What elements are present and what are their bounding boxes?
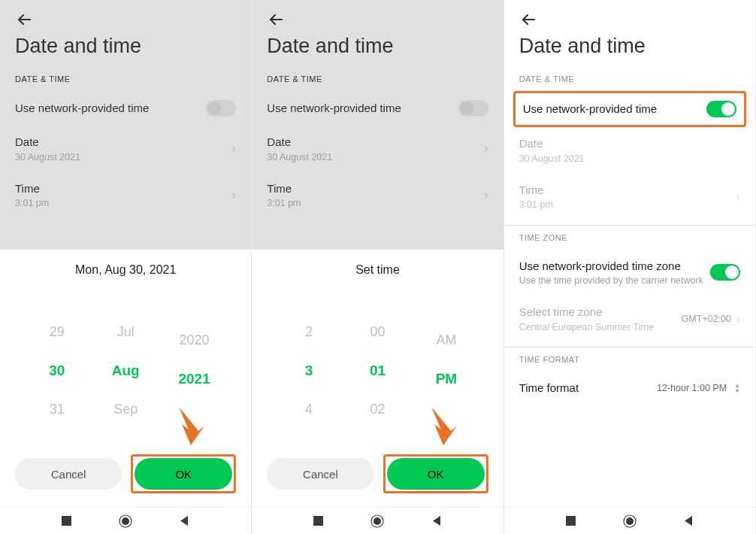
nav-bar: [252, 507, 503, 534]
back-icon[interactable]: [267, 11, 285, 29]
page-title: Date and time: [0, 30, 251, 71]
svg-rect-9: [566, 516, 576, 526]
use-network-time-row[interactable]: Use network-provided time: [252, 91, 503, 126]
use-network-time-label: Use network-provided time: [267, 101, 458, 116]
date-label: Date: [267, 135, 483, 150]
month-column[interactable]: Jul Aug Sep: [91, 298, 159, 444]
nav-recent-icon[interactable]: [61, 515, 72, 526]
nav-bar: [504, 507, 755, 534]
time-label: Time: [267, 181, 483, 196]
svg-point-11: [626, 517, 634, 525]
use-network-time-label: Use network-provided time: [523, 102, 706, 117]
date-value: 30 August 2021: [15, 151, 231, 163]
cancel-button[interactable]: Cancel: [15, 458, 122, 490]
section-date-time: DATE & TIME: [0, 71, 251, 91]
svg-point-3: [122, 517, 129, 525]
pointer-arrow-icon: [168, 405, 206, 447]
nav-back-icon[interactable]: [179, 515, 190, 526]
nav-home-icon[interactable]: [370, 514, 384, 528]
time-value: 3:01 pm: [519, 199, 736, 211]
nav-home-icon[interactable]: [623, 514, 637, 528]
section-date-time: DATE & TIME: [504, 71, 755, 91]
time-row: Time 3:01 pm ›: [504, 174, 755, 220]
date-picker[interactable]: 29 30 31 Jul Aug Sep 2020 2021: [0, 298, 251, 444]
ok-highlight: OK: [383, 454, 488, 493]
pointer-arrow-icon: [421, 405, 458, 447]
back-icon[interactable]: [15, 11, 33, 29]
chevron-right-icon: ›: [736, 311, 740, 327]
use-network-time-toggle[interactable]: [458, 100, 488, 117]
back-icon[interactable]: [519, 11, 537, 29]
use-network-time-toggle[interactable]: [706, 101, 736, 117]
use-network-time-row[interactable]: Use network-provided time: [0, 91, 251, 126]
use-network-time-row[interactable]: Use network-provided time: [513, 91, 746, 127]
chevron-right-icon: ›: [736, 189, 740, 205]
date-row[interactable]: Date 30 August 2021 ›: [252, 126, 503, 172]
nav-back-icon[interactable]: [431, 515, 443, 526]
use-network-tz-sub: Use the time provided by the carrier net…: [519, 275, 710, 287]
date-picker-sheet: Mon, Aug 30, 2021 29 30 31 Jul Aug Sep 2…: [0, 250, 251, 507]
select-timezone-label: Select time zone: [519, 305, 682, 320]
nav-back-icon[interactable]: [683, 515, 694, 526]
date-value: 30 August 2021: [519, 153, 740, 165]
time-format-value: 12-hour 1:00 PM: [657, 383, 727, 393]
date-picker-title: Mon, Aug 30, 2021: [0, 263, 251, 277]
date-label: Date: [15, 135, 231, 150]
section-timezone: TIME ZONE: [504, 230, 755, 250]
section-date-time: DATE & TIME: [252, 71, 503, 91]
time-label: Time: [15, 181, 231, 196]
select-timezone-value: GMT+02:00: [682, 314, 731, 324]
section-timeformat: TIME FORMAT: [504, 352, 755, 372]
nav-home-icon[interactable]: [119, 514, 132, 528]
ok-highlight: OK: [131, 454, 236, 493]
svg-rect-1: [62, 516, 71, 526]
time-label: Time: [519, 183, 736, 198]
page-title: Date and time: [252, 30, 503, 71]
select-timezone-row: Select time zone Central European Summer…: [504, 296, 755, 342]
ok-button[interactable]: OK: [135, 458, 232, 490]
cancel-button[interactable]: Cancel: [267, 458, 373, 490]
chevron-right-icon: ›: [231, 141, 236, 156]
page-title: Date and time: [504, 30, 755, 71]
time-picker-title: Set time: [252, 263, 503, 277]
svg-point-7: [373, 517, 381, 525]
use-network-tz-label: Use network-provided time zone: [519, 259, 710, 274]
chevron-right-icon: ›: [484, 187, 488, 203]
use-network-time-toggle[interactable]: [206, 100, 236, 117]
use-network-time-label: Use network-provided time: [15, 101, 206, 116]
time-value: 3:01 pm: [267, 197, 483, 209]
minute-column[interactable]: 00 01 02: [343, 298, 412, 444]
ok-button[interactable]: OK: [387, 458, 485, 490]
date-value: 30 August 2021: [267, 151, 483, 163]
time-row[interactable]: Time 3:01 pm ›: [252, 172, 503, 219]
time-format-label: Time format: [519, 381, 657, 396]
select-timezone-sub: Central European Summer Time: [519, 321, 682, 333]
chevron-right-icon: ›: [484, 141, 488, 156]
svg-rect-5: [313, 516, 323, 526]
date-label: Date: [519, 136, 740, 151]
date-row: Date 30 August 2021: [504, 127, 755, 174]
time-value: 3:01 pm: [15, 197, 231, 209]
time-row[interactable]: Time 3:01 pm ›: [0, 172, 251, 219]
hour-column[interactable]: 2 3 4: [274, 298, 343, 444]
nav-recent-icon[interactable]: [313, 515, 324, 526]
date-row[interactable]: Date 30 August 2021 ›: [0, 126, 251, 172]
use-network-tz-toggle[interactable]: [710, 264, 740, 281]
time-format-row[interactable]: Time format 12-hour 1:00 PM ▲▼: [504, 372, 755, 405]
time-picker[interactable]: 2 3 4 00 01 02 AM PM: [252, 298, 503, 444]
use-network-tz-row[interactable]: Use network-provided time zone Use the t…: [504, 250, 755, 296]
nav-bar: [0, 507, 251, 534]
updown-icon: ▲▼: [734, 383, 740, 393]
time-picker-sheet: Set time 2 3 4 00 01 02 AM PM Cancel: [252, 250, 503, 507]
nav-recent-icon[interactable]: [565, 515, 576, 526]
chevron-right-icon: ›: [231, 187, 236, 203]
day-column[interactable]: 29 30 31: [23, 298, 91, 444]
